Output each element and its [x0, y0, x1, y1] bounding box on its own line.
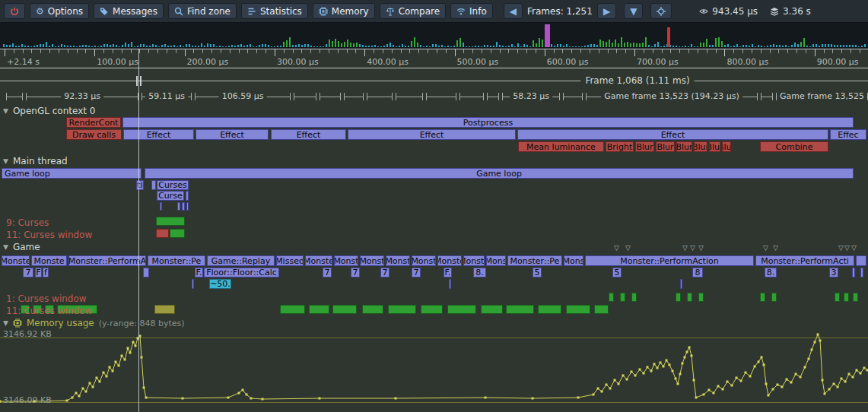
zone-blur[interactable]: Blur	[635, 141, 654, 152]
find-zone-button[interactable]: Find zone	[168, 3, 237, 19]
zone-monster-performa[interactable]: Monster::PerformA	[68, 255, 146, 266]
zone-f-[interactable]: F.	[444, 268, 452, 277]
zone-mean-luminance[interactable]: Mean luminance	[518, 141, 604, 152]
zone[interactable]	[186, 191, 189, 201]
zone-monst[interactable]: Monst	[360, 255, 384, 266]
zone-monst[interactable]: Monst	[334, 255, 358, 266]
zone-7[interactable]: 7	[351, 268, 360, 277]
zone-5[interactable]: 5	[533, 268, 542, 277]
zone-blur[interactable]: Blur	[676, 141, 692, 152]
zone-floor-floor-calc[interactable]: Floor::Floor::Calc	[204, 268, 279, 277]
zone-draw-calls[interactable]: Draw calls	[66, 129, 122, 140]
zone[interactable]	[280, 305, 305, 314]
zone-effect[interactable]: Effect	[348, 129, 516, 140]
zone-7[interactable]: 7	[412, 268, 421, 277]
thread-header-opengl[interactable]: ▼ OpenGL context 0	[3, 106, 95, 116]
zone-curses[interactable]: Curses	[157, 180, 189, 190]
zone[interactable]	[186, 202, 189, 211]
zone-game-loop[interactable]: Game loop	[2, 168, 141, 179]
zone-monster-pe[interactable]: Monster::Pe	[148, 255, 205, 266]
zone-monste[interactable]: Monste	[437, 255, 462, 266]
zone[interactable]	[860, 268, 863, 277]
zone-postprocess[interactable]: Postprocess	[122, 117, 854, 128]
zone[interactable]	[170, 229, 185, 238]
thread-header-main[interactable]: ▼ Main thread	[3, 156, 68, 166]
zone-8[interactable]: 8	[692, 268, 703, 277]
zone[interactable]	[566, 305, 590, 314]
zone-8-[interactable]: 8.	[473, 268, 486, 277]
zone--50-[interactable]: ~50.	[209, 279, 231, 289]
zone-curse[interactable]: Curse	[157, 191, 184, 201]
zone-f[interactable]: f	[43, 268, 49, 277]
zone[interactable]	[156, 229, 169, 238]
zone-combine[interactable]: Combine	[760, 141, 828, 152]
message-marker-icon[interactable]: ▽	[682, 245, 688, 252]
zone-monster-performaction[interactable]: Monster::PerformAction	[585, 255, 754, 266]
zone[interactable]	[538, 305, 561, 314]
zone-5[interactable]: 5	[612, 268, 622, 277]
zone[interactable]	[177, 202, 180, 211]
zone[interactable]	[760, 293, 765, 302]
zone-effect[interactable]: Effect	[123, 129, 194, 140]
zone-ti[interactable]: ti	[136, 180, 144, 190]
thread-header-game[interactable]: ▼ Game	[3, 242, 40, 252]
prev-frame-button[interactable]: ◀	[504, 3, 523, 19]
zone[interactable]	[160, 202, 162, 211]
options-button[interactable]: ⚙Options	[30, 3, 89, 19]
next-frame-button[interactable]: ▶	[597, 3, 616, 19]
zone-7[interactable]: 7	[380, 268, 389, 277]
zone-game-loop[interactable]: Game loop	[145, 168, 854, 179]
zone[interactable]	[856, 255, 866, 266]
message-marker-icon[interactable]: ▽	[851, 245, 857, 252]
zone[interactable]	[143, 268, 149, 277]
zone[interactable]	[676, 293, 681, 302]
zone-game-replay[interactable]: Game::Replay	[207, 255, 275, 266]
zone-f[interactable]: F	[35, 268, 42, 277]
zone[interactable]	[388, 305, 416, 314]
zone[interactable]	[154, 305, 175, 314]
zone-3[interactable]: 3	[829, 268, 838, 277]
zone[interactable]	[421, 305, 443, 314]
zone[interactable]	[771, 293, 777, 302]
message-marker-icon[interactable]: ▽	[625, 245, 631, 252]
zone-blur[interactable]: Blur	[656, 141, 675, 152]
zone-mons[interactable]: Mons	[486, 255, 506, 266]
zone-effect[interactable]: Effect	[271, 129, 346, 140]
zone-7[interactable]: 7	[23, 268, 33, 277]
zone[interactable]	[680, 279, 682, 289]
zone[interactable]	[506, 305, 534, 314]
message-marker-icon[interactable]: ▽	[690, 245, 695, 252]
zone-mons[interactable]: Mons	[564, 255, 583, 266]
statistics-button[interactable]: Statistics	[241, 3, 308, 19]
zone[interactable]	[309, 305, 329, 314]
zone-effect[interactable]: Effect	[517, 129, 828, 140]
zone-8-[interactable]: 8.	[765, 268, 777, 277]
zone-monste[interactable]: Monste	[463, 255, 485, 266]
zone-monster-performacti[interactable]: Monster::PerformActi	[755, 255, 854, 266]
message-marker-icon[interactable]: ▽	[614, 245, 619, 252]
message-marker-icon[interactable]: ▽	[773, 245, 778, 252]
zone-monste[interactable]: Monste	[31, 255, 67, 266]
zone-bright[interactable]: Bright	[606, 141, 634, 152]
zone[interactable]	[852, 268, 855, 277]
zone[interactable]	[182, 202, 185, 211]
zone-blur[interactable]: Blur	[722, 141, 731, 152]
zone[interactable]	[853, 293, 858, 302]
message-marker-icon[interactable]: ▽	[838, 245, 844, 252]
zone-effec[interactable]: Effec	[830, 129, 866, 140]
plot-header-memory[interactable]: ▼ Memory usage (y-range: 848 bytes)	[3, 318, 185, 328]
zone-missed[interactable]: Missed	[276, 255, 304, 266]
zone[interactable]	[156, 217, 185, 226]
collapse-icon[interactable]: ▼	[3, 107, 8, 115]
zone-f-[interactable]: F.	[195, 268, 203, 277]
focus-frame-button[interactable]	[650, 3, 672, 19]
zone[interactable]	[332, 305, 357, 314]
zone[interactable]	[631, 293, 637, 302]
zone[interactable]	[594, 305, 609, 314]
info-button[interactable]: Info	[450, 3, 493, 19]
memory-button[interactable]: Memory	[313, 3, 375, 19]
zone[interactable]	[609, 293, 614, 302]
collapse-icon[interactable]: ▼	[3, 157, 8, 165]
zone-7[interactable]: 7	[323, 268, 332, 277]
zone[interactable]	[835, 293, 840, 302]
